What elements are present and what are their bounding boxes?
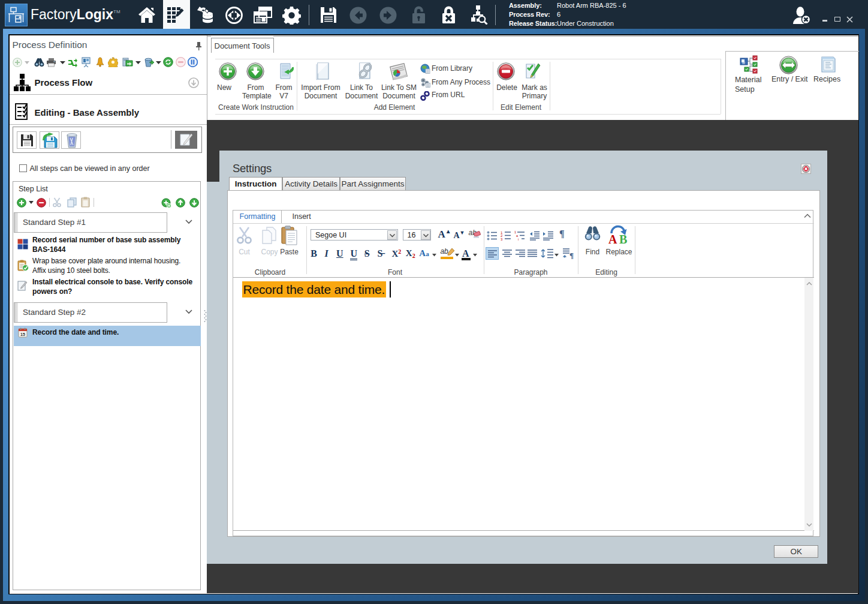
svg-text:¶: ¶: [569, 251, 574, 259]
svg-text:i: i: [518, 238, 519, 241]
svg-text:15: 15: [20, 332, 25, 336]
svg-text:3: 3: [501, 238, 503, 241]
svg-text:A: A: [608, 233, 617, 245]
svg-text:W: W: [742, 61, 745, 65]
svg-text:B: B: [619, 233, 627, 245]
